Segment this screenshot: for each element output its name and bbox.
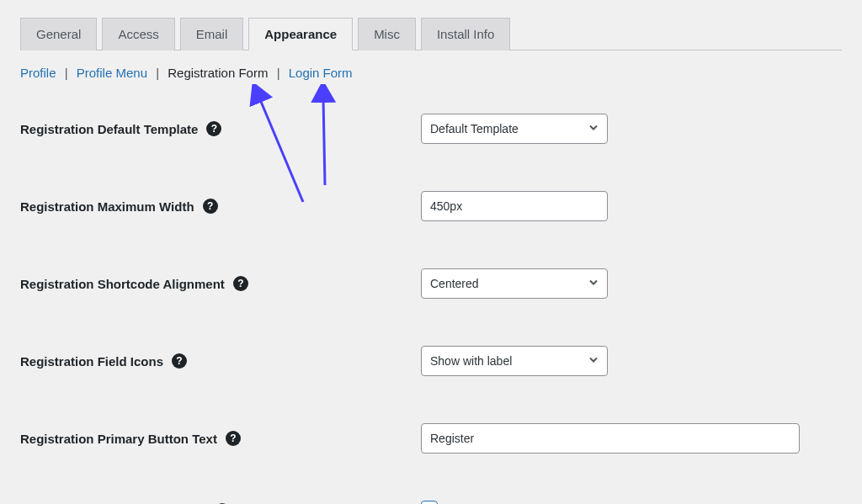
field-secondary-button: Registration Secondary Button ? [20,501,842,504]
label-text: Registration Primary Button Text [20,432,217,446]
control-primary-button-text [421,423,800,454]
select-field-icons[interactable]: Show with label [421,346,608,376]
label-shortcode-alignment: Registration Shortcode Alignment ? [20,276,421,291]
subnav-profile-menu[interactable]: Profile Menu [77,66,147,80]
help-icon[interactable]: ? [226,431,241,446]
tab-email[interactable]: Email [180,18,244,50]
appearance-subnav: Profile | Profile Menu | Registration Fo… [20,66,842,80]
label-primary-button-text: Registration Primary Button Text ? [20,431,421,446]
select-shortcode-alignment[interactable]: Centered [421,268,608,299]
tab-install-info[interactable]: Install Info [421,18,510,50]
tab-misc[interactable]: Misc [358,18,416,50]
control-max-width [421,191,608,221]
label-field-icons: Registration Field Icons ? [20,353,421,369]
tab-appearance[interactable]: Appearance [248,18,353,50]
field-max-width: Registration Maximum Width ? [20,191,842,221]
input-primary-button-text[interactable] [421,423,800,454]
help-icon[interactable]: ? [203,199,218,214]
field-default-template: Registration Default Template ? Default … [20,114,842,144]
tab-general[interactable]: General [20,18,97,50]
help-icon[interactable]: ? [206,121,221,136]
label-text: Registration Shortcode Alignment [20,277,225,291]
tab-access[interactable]: Access [102,18,174,50]
select-default-template[interactable]: Default Template [421,114,608,144]
subnav-separator: | [277,66,280,80]
control-shortcode-alignment: Centered [421,268,608,299]
field-primary-button-text: Registration Primary Button Text ? [20,423,842,454]
label-max-width: Registration Maximum Width ? [20,199,421,214]
subnav-login-form[interactable]: Login Form [289,66,353,80]
label-text: Registration Field Icons [20,354,163,369]
input-max-width[interactable] [421,191,608,221]
settings-tabs: General Access Email Appearance Misc Ins… [20,17,842,50]
label-text: Registration Maximum Width [20,199,194,214]
help-icon[interactable]: ? [233,276,248,291]
control-default-template: Default Template [421,114,608,144]
subnav-registration-form[interactable]: Registration Form [168,66,268,80]
control-secondary-button [421,501,438,504]
help-icon[interactable]: ? [172,353,187,369]
subnav-profile[interactable]: Profile [20,66,56,80]
label-default-template: Registration Default Template ? [20,121,421,136]
field-shortcode-alignment: Registration Shortcode Alignment ? Cente… [20,268,842,299]
subnav-separator: | [65,66,68,80]
field-field-icons: Registration Field Icons ? Show with lab… [20,346,842,376]
checkbox-secondary-button[interactable] [421,501,438,504]
control-field-icons: Show with label [421,346,608,376]
subnav-separator: | [156,66,159,80]
label-text: Registration Default Template [20,122,198,136]
